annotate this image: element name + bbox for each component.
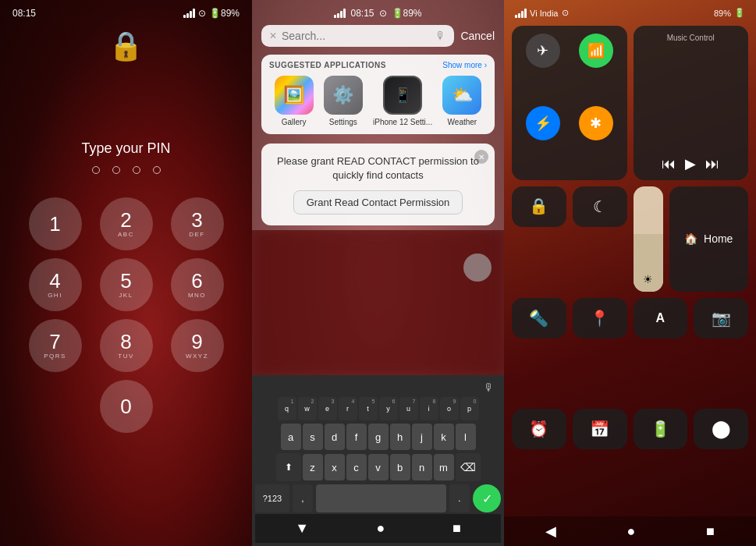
app-weather[interactable]: ⛅ Weather [442,76,481,126]
kb-g[interactable]: g [368,424,389,450]
wifi-button[interactable]: ⚡ [526,106,560,140]
screen-record-button[interactable]: ⬤ [694,409,748,449]
kb-j[interactable]: j [412,424,432,450]
wifi-icon: ⊙ [198,8,206,19]
kb-delete[interactable]: ⌫ [456,453,481,481]
kb-nav-recent[interactable]: ■ [453,520,461,537]
kb-h[interactable]: h [390,424,410,450]
kb-nav-back[interactable]: ▼ [295,520,309,537]
kb-q[interactable]: 1q [278,397,296,420]
kb-b[interactable]: b [390,454,410,480]
brightness-slider[interactable]: ☀ [634,186,663,291]
kb-w[interactable]: 2w [298,397,317,420]
kb-n[interactable]: n [412,454,432,480]
bluetooth-button[interactable]: ✱ [579,106,613,140]
app-gallery[interactable]: 🖼️ Gallery [275,76,314,126]
cc-nav-recent[interactable]: ■ [706,523,715,540]
play-pause-button[interactable]: ▶ [685,155,696,172]
app-icons-row: 🖼️ Gallery ⚙️ Settings 📱 iPhone 12 Setti… [269,76,487,126]
kb-t[interactable]: 5t [359,397,378,420]
search-time: 08:15 [350,8,374,19]
keypad-1[interactable]: 1 [29,197,82,250]
permission-text: Please grant READ CONTACT permission to … [271,154,485,183]
keypad-3[interactable]: 3 DEF [171,197,224,250]
kb-space[interactable] [316,484,446,512]
battery-status-button[interactable]: 🔋 [634,409,688,449]
kb-c[interactable]: c [346,454,367,480]
search-box[interactable]: ✕ 🎙 [261,25,454,47]
keypad-6[interactable]: 6 MNO [171,258,224,311]
keypad-4[interactable]: 4 GHI [29,258,82,311]
app-iphone-settings[interactable]: 📱 iPhone 12 Setti... [373,76,432,126]
kb-period[interactable]: . [449,484,470,512]
permission-close-button[interactable]: ✕ [474,150,488,164]
kb-v[interactable]: v [368,454,389,480]
kb-u[interactable]: 7u [399,397,418,420]
prev-track-button[interactable]: ⏮ [662,156,676,172]
text-size-button[interactable]: A [634,298,688,339]
kb-r[interactable]: 4r [339,397,357,420]
iphone-settings-icon[interactable]: 📱 [383,76,422,115]
kb-e[interactable]: 3e [318,397,337,420]
mic-icon[interactable]: 🎙 [435,30,446,42]
signal-icon [183,9,195,18]
next-track-button[interactable]: ⏭ [705,156,719,172]
keypad-7[interactable]: 7 PQRS [29,319,82,372]
kb-shift[interactable]: ⬆ [276,453,301,481]
lock-screen: 08:15 ⊙ 🔋89% 🔒 Type your PIN 1 2 ABC [0,0,252,546]
camera-button[interactable]: 📷 [694,298,748,339]
location-off-button[interactable]: 📍 [573,298,627,339]
cc-signal-icon [515,9,527,18]
keypad-2[interactable]: 2 ABC [100,197,153,250]
search-bar-row: ✕ 🎙 Cancel [252,22,504,50]
kb-nav-home[interactable]: ● [377,520,385,537]
home-label: Home [704,232,733,245]
keypad-0[interactable]: 0 [100,380,153,433]
kb-x[interactable]: x [325,454,345,480]
kb-s[interactable]: s [303,424,323,450]
cc-nav-home[interactable]: ● [627,523,636,540]
lock-padlock-icon: 🔒 [108,30,144,62]
clock-button[interactable]: ⏰ [512,409,566,449]
search-input[interactable] [282,30,431,42]
app-settings[interactable]: ⚙️ Settings [324,76,363,126]
kb-z[interactable]: z [303,454,323,480]
kb-i[interactable]: 8i [420,397,438,420]
kb-f[interactable]: f [346,424,367,450]
flashlight-button[interactable]: 🔦 [512,298,566,339]
airplane-mode-button[interactable]: ✈ [526,34,560,68]
search-cancel-button[interactable]: Cancel [460,30,495,42]
kb-done[interactable]: ✓ [473,484,501,512]
kb-o[interactable]: 9o [440,397,459,420]
screen-rotation-button[interactable]: 🔒 [512,186,566,227]
pin-dot-1 [92,166,100,174]
kb-numbers[interactable]: ?123 [255,484,289,512]
kb-a[interactable]: a [281,424,301,450]
show-more-button[interactable]: Show more › [442,61,487,69]
do-not-disturb-button[interactable]: ☾ [573,186,627,227]
gallery-app-icon[interactable]: 🖼️ [275,76,314,115]
kb-m[interactable]: m [434,454,454,480]
weather-app-icon[interactable]: ⛅ [442,76,481,115]
keypad-5[interactable]: 5 JKL [100,258,153,311]
cc-nav-back[interactable]: ◀ [545,523,556,540]
cc-nav-bar: ◀ ● ■ [504,516,756,546]
kb-p[interactable]: 0p [460,397,479,420]
row4-right: 🔋 ⬤ [634,409,749,513]
kb-l[interactable]: l [456,424,476,450]
cellular-button[interactable]: 📶 [579,34,613,68]
kb-d[interactable]: d [325,424,345,450]
music-control-label: Music Control [667,34,715,42]
grant-permission-button[interactable]: Grant Read Contact Permission [293,190,463,214]
home-button[interactable]: 🏠 Home [669,186,749,291]
kb-comma[interactable]: , [293,484,313,512]
keypad-8[interactable]: 8 TUV [100,319,153,372]
kb-y[interactable]: 6y [379,397,398,420]
settings-app-icon[interactable]: ⚙️ [324,76,363,115]
search-x-icon[interactable]: ✕ [269,30,277,41]
kb-k[interactable]: k [434,424,454,450]
calendar-button[interactable]: 📅 [573,409,627,449]
keypad: 1 2 ABC 3 DEF 4 GHI 5 JKL 6 MNO 7 PQRS 8 [0,197,252,372]
keyboard-mic-icon[interactable]: 🎙 [484,381,495,394]
keypad-9[interactable]: 9 WXYZ [171,319,224,372]
